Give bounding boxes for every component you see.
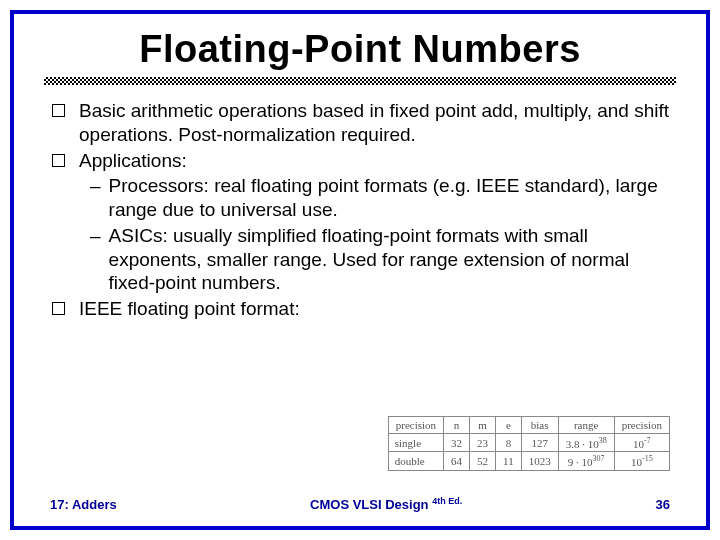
bullet-item: Applications: [44, 149, 676, 173]
cell: 23 [470, 433, 496, 452]
table-row: double 64 52 11 1023 9 · 10307 10-15 [388, 452, 669, 471]
cell: 8 [496, 433, 522, 452]
col-header: n [444, 416, 470, 433]
table-row: single 32 23 8 127 3.8 · 1038 10-7 [388, 433, 669, 452]
bullet-item: Basic arithmetic operations based in fix… [44, 99, 676, 147]
col-header: e [496, 416, 522, 433]
bullet-text: Basic arithmetic operations based in fix… [79, 99, 676, 147]
bullet-box-icon [52, 104, 65, 117]
cell: 3.8 · 1038 [558, 433, 614, 452]
sub-bullet-text: Processors: real floating point formats … [109, 174, 676, 222]
sub-bullet-item: – ASICs: usually simplified floating-poi… [44, 224, 676, 295]
cell: 52 [470, 452, 496, 471]
dash-icon: – [90, 224, 101, 248]
cell: 11 [496, 452, 522, 471]
col-header: m [470, 416, 496, 433]
cell: 1023 [521, 452, 558, 471]
table-header-row: precision n m e bias range precision [388, 416, 669, 433]
title-rule [44, 77, 676, 85]
col-header: precision [388, 416, 443, 433]
col-header: range [558, 416, 614, 433]
cell: 127 [521, 433, 558, 452]
footer-center: CMOS VLSI Design 4th Ed. [117, 496, 656, 512]
slide: Floating-Point Numbers Basic arithmetic … [10, 10, 710, 530]
footer-left: 17: Adders [50, 497, 117, 512]
sub-bullet-text: ASICs: usually simplified floating-point… [109, 224, 676, 295]
bullet-box-icon [52, 302, 65, 315]
cell-label: single [388, 433, 443, 452]
ieee-format-table: precision n m e bias range precision sin… [388, 416, 670, 471]
cell: 10-7 [614, 433, 669, 452]
cell: 64 [444, 452, 470, 471]
cell: 9 · 10307 [558, 452, 614, 471]
dash-icon: – [90, 174, 101, 198]
slide-title: Floating-Point Numbers [44, 28, 676, 71]
col-header: precision [614, 416, 669, 433]
cell-label: double [388, 452, 443, 471]
cell: 10-15 [614, 452, 669, 471]
sub-bullet-item: – Processors: real floating point format… [44, 174, 676, 222]
bullet-item: IEEE floating point format: [44, 297, 676, 321]
bullet-text: IEEE floating point format: [79, 297, 676, 321]
footer-page-number: 36 [656, 497, 670, 512]
content-area: Basic arithmetic operations based in fix… [44, 99, 676, 321]
bullet-text: Applications: [79, 149, 676, 173]
slide-footer: 17: Adders CMOS VLSI Design 4th Ed. 36 [14, 496, 706, 512]
col-header: bias [521, 416, 558, 433]
bullet-box-icon [52, 154, 65, 167]
cell: 32 [444, 433, 470, 452]
